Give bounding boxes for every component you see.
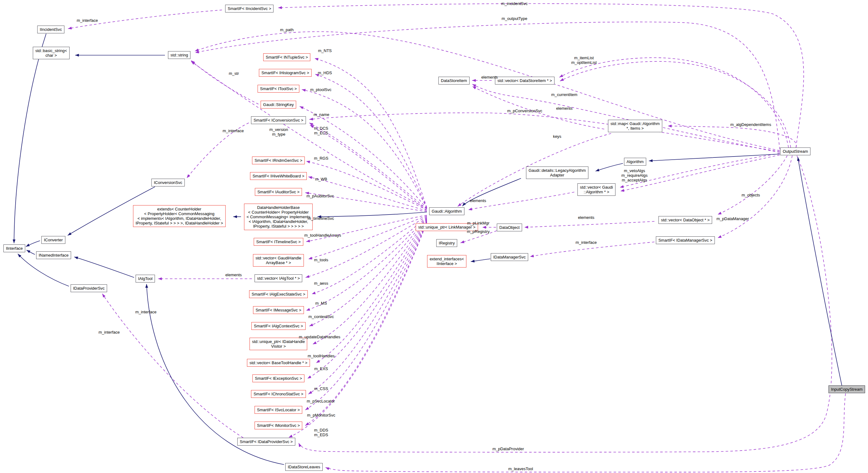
edge-label-m-str: m_str	[229, 71, 239, 76]
edge-outputstream-to-smartif-iincidentsvc-m-incidentsvc	[278, 4, 804, 148]
node-label: std::vector< IAlgTool * >	[257, 276, 300, 281]
node-label: SmartIF< IToolSvc >	[260, 86, 297, 91]
edge-idatamanagersvc-inherits-extend-interfaces	[471, 259, 490, 262]
node-gaudi-stringkey[interactable]: Gaudi::StringKey	[261, 101, 296, 108]
node-inputcopystream[interactable]: InputCopyStream	[828, 385, 865, 393]
node-label: INamedInterface	[39, 253, 69, 257]
node-label: IProperty, IStateful > > > >, IDataHandl…	[135, 221, 223, 225]
edge-outputstream-inherits-algorithm	[649, 154, 780, 161]
edge-gaudi-algorithm-to-smartif-imessagesvc-m-ms	[306, 218, 427, 311]
node-smartif-idatamanagersvc[interactable]: SmartIF< IDataManagerSvc >	[656, 236, 715, 244]
node-idataprovidersvc[interactable]: IDataProviderSvc	[70, 284, 107, 292]
node-extends-counterholder[interactable]: extends< CounterHolder< PropertyHolder< …	[133, 205, 226, 227]
node-smartif-itoolsvc[interactable]: SmartIF< IToolSvc >	[257, 85, 299, 93]
node-map-gaudi-algorithm-items[interactable]: std::map< Gaudi::Algorithm*, Items >	[608, 120, 662, 132]
edge-label-m-psvclocator: m_pSvcLocator	[307, 399, 335, 404]
node-label: IProperty, IStateful > > > > >	[247, 224, 310, 228]
edge-gaudi-algorithm-to-vector-ialgtool-m-tools	[306, 216, 427, 278]
node-datastoreitem[interactable]: DataStoreItem	[438, 77, 469, 85]
node-smartif-iincidentsvc[interactable]: SmartIF< IIncidentSvc >	[225, 5, 273, 12]
node-label: SmartIF< IMonitorSvc >	[257, 423, 300, 428]
node-iconverter[interactable]: IConverter	[41, 236, 65, 244]
edge-label-m-interface: m_interface	[576, 240, 597, 245]
node-smartif-ichronostatsvc[interactable]: SmartIF< IChronoStatSvc >	[251, 390, 306, 398]
node-smartif-idataprovidersvc[interactable]: SmartIF< IDataProviderSvc >	[237, 438, 295, 446]
node-vector-dataobject[interactable]: std::vector< DataObject * >	[658, 216, 712, 224]
node-ialgtool[interactable]: IAlgTool	[135, 275, 155, 283]
node-iregistry[interactable]: IRegistry	[436, 239, 457, 247]
edge-label-m-incidentsvc: m_incidentSvc	[501, 1, 528, 6]
node-smartif-irndmgensvc[interactable]: SmartIF< IRndmGenSvc >	[252, 157, 305, 164]
node-label: SmartIF< ISvcLocator >	[257, 408, 300, 412]
node-smartif-intuplesvc[interactable]: SmartIF< INTupleSvc >	[263, 53, 310, 61]
edge-label-m-version: m_versionm_type	[269, 127, 288, 136]
node-dataobject[interactable]: DataObject	[497, 224, 522, 231]
node-vector-gaudihandlearraybase[interactable]: std::vector< GaudiHandleArrayBase * >	[253, 254, 304, 266]
node-smartif-iauditorsvc[interactable]: SmartIF< IAuditorSvc >	[255, 188, 302, 196]
node-label: SmartIF< ITimelineSvc >	[256, 240, 301, 244]
edge-gaudi-algorithm-to-string-m-version-m-type	[191, 61, 427, 208]
edge-gaudi-algorithm-to-smartif-itoolsvc-m-ptoolsvc	[302, 90, 427, 208]
edge-label-m-aess: m_aess	[314, 281, 328, 286]
node-label: SmartIF< INTupleSvc >	[266, 55, 308, 60]
node-iconversionsvc[interactable]: IConversionSvc	[151, 179, 185, 186]
node-smartif-isvclocator[interactable]: SmartIF< ISvcLocator >	[254, 406, 302, 414]
node-smartif-imonitorsvc[interactable]: SmartIF< IMonitorSvc >	[254, 421, 302, 429]
node-label: DataStoreItem	[441, 78, 467, 83]
edge-label-m-ms: m_MS	[315, 301, 327, 306]
node-label: IConverter	[44, 238, 63, 242]
node-label: InputCopyStream	[831, 387, 862, 391]
node-vector-basetoolhandle[interactable]: std::vector< BaseToolHandle * >	[247, 359, 310, 367]
node-label: std::unique_ptr< LinkManager >	[418, 225, 475, 229]
node-label: Adapter	[528, 173, 586, 178]
edge-iincidentsvc-inherits-iinterface	[14, 34, 46, 243]
edge-label-m-pconversionsvc: m_pConversionSvc	[507, 108, 542, 113]
edge-label-m-contextsvc: m_contextSvc	[308, 314, 334, 319]
node-legacy-algorithm-adapter[interactable]: Gaudi::details::LegacyAlgorithmAdapter	[526, 166, 588, 179]
node-gaudi-algorithm[interactable]: Gaudi::Algorithm	[429, 207, 465, 215]
edge-label-m-plinkmgr: m_pLinkMgr	[467, 221, 490, 225]
node-datahandleholderbase[interactable]: DataHandleHolderBase< CounterHolder< Pro…	[244, 203, 313, 230]
node-idatamanagersvc[interactable]: IDataManagerSvc	[491, 253, 528, 261]
edge-label-elements: elements	[470, 198, 486, 203]
edge-gaudi-stringkey-to-string-m-str	[191, 61, 258, 104]
node-uniqueptr-idatahandlevisitor[interactable]: std::unique_ptr< IDataHandleVisitor >	[249, 338, 307, 350]
node-label: SmartIF< IConversionSvc >	[253, 118, 303, 123]
edge-inputcopystream-to-idatastoreleaves-m-leavestool	[326, 393, 845, 472]
node-smartif-imessagesvc[interactable]: SmartIF< IMessageSvc >	[253, 306, 304, 314]
node-smartif-ialgexecstatesvc[interactable]: SmartIF< IAlgExecStateSvc >	[249, 290, 308, 298]
node-iinterface[interactable]: IInterface	[3, 245, 25, 252]
node-label: IIncidentSvc	[40, 27, 62, 32]
edge-label-m-objects: m_objects	[741, 193, 760, 197]
node-std-string[interactable]: std::string	[168, 51, 190, 59]
node-label: std::vector< GaudiHandle	[255, 256, 301, 260]
edge-label-m-hds: m_HDS	[318, 70, 332, 75]
node-vector-gaudi-algorithm[interactable]: std::vector< Gaudi::Algorithm * >	[578, 183, 616, 196]
node-outputstream[interactable]: OutputStream	[780, 148, 811, 155]
node-label: Algorithm	[627, 159, 644, 164]
node-algorithm[interactable]: Algorithm	[624, 158, 646, 165]
node-extend-interfaces-iinterface[interactable]: extend_interfaces<IInterface >	[427, 255, 466, 267]
edge-label-m-interface: m_interface	[135, 310, 156, 314]
edge-label-m-pmonitorsvc: m_pMonitorSvc	[307, 413, 335, 417]
node-label: extend_interfaces<	[430, 257, 464, 261]
node-iincidentsvc[interactable]: IIncidentSvc	[37, 26, 65, 33]
edge-label-m-vetoalgs: m_vetoAlgsm_requireAlgsm_acceptAlgs	[621, 168, 648, 182]
node-label: Gaudi::Algorithm	[432, 209, 462, 214]
collaboration-diagram: IIncidentSvcstd::basic_string<char >std:…	[0, 0, 868, 473]
node-smartif-iconversionsvc[interactable]: SmartIF< IConversionSvc >	[251, 116, 306, 124]
edge-label-m-exs: m_EXS	[314, 366, 328, 371]
node-vector-datastoreitem[interactable]: std::vector< DataStoreItem * >	[495, 77, 555, 85]
edge-label-m-pauditorsvc: m_pAuditorSvc	[307, 194, 334, 198]
node-smartif-iexceptionsvc[interactable]: SmartIF< IExceptionSvc >	[252, 375, 304, 382]
node-basic-string[interactable]: std::basic_string<char >	[33, 47, 69, 59]
node-smartif-itimelinesvc[interactable]: SmartIF< ITimelineSvc >	[254, 238, 303, 246]
node-vector-ialgtool[interactable]: std::vector< IAlgTool * >	[254, 274, 302, 282]
node-label: SmartIF< IHiveWhiteBoard >	[252, 174, 304, 178]
node-label: OutputStream	[783, 149, 808, 154]
node-smartif-ialgcontextsvc[interactable]: SmartIF< IAlgContextSvc >	[251, 322, 306, 330]
node-inamedinterface[interactable]: INamedInterface	[36, 251, 71, 259]
node-smartif-ihivewhiteboard[interactable]: SmartIF< IHiveWhiteBoard >	[250, 172, 307, 180]
node-smartif-ihistogramsvc[interactable]: SmartIF< IHistogramSvc >	[259, 69, 311, 77]
node-idatastoreleaves[interactable]: IDataStoreLeaves	[285, 463, 323, 471]
